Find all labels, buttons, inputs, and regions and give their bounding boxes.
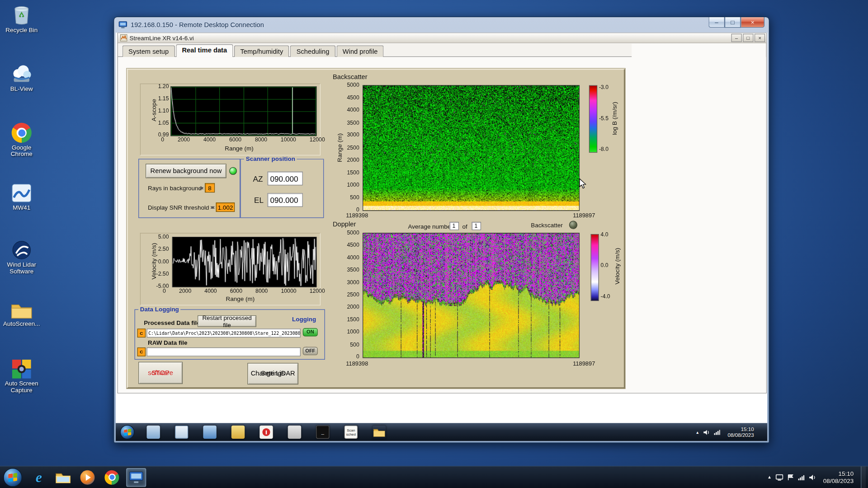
snr-spinner[interactable] [210,202,215,212]
volume-icon[interactable] [809,474,816,481]
desktop-icon-bl-view[interactable]: BL-View [1,62,42,92]
desktop-icon-wind-lidar[interactable]: Wind Lidar Software [1,238,42,275]
tab-wind-profile[interactable]: Wind profile [336,45,384,57]
windows-flag-icon [124,428,131,436]
az-value-field[interactable]: 090.000 [267,172,302,186]
doppler-colorbar-label: Velocity (m/s) [614,248,621,285]
tab-system-setup[interactable]: System setup [123,45,175,57]
tick-label: 1500 [347,316,359,322]
doppler-yticks: 5000450040003500300025002000150010005000 [345,230,359,360]
desktop-icon-auto-screen-capture[interactable]: Auto Screen Capture [1,357,42,394]
app-minimize-button[interactable]: – [731,34,742,42]
taskbar-rdp-icon[interactable] [126,468,146,487]
velocity-xticks: 020004000600080001000012000 [163,288,325,294]
taskbar-explorer-icon[interactable] [53,468,73,487]
doppler-xlabels: 1189398 1189897 [346,361,595,366]
rdp-devices-icon[interactable] [775,474,783,481]
tick-label: 4500 [347,242,359,248]
volume-icon[interactable] [703,429,710,435]
rdp-app-icon [118,21,127,29]
tick-label: 5000 [347,230,359,235]
processed-path-field[interactable]: C:\Lidar\Data\Proc\2023\202308\20230808\… [146,328,300,338]
tab-scheduling[interactable]: Scheduling [290,45,335,57]
tick-label: 0.00 [158,258,169,264]
rdp-minimize-button[interactable]: – [708,17,725,28]
renew-background-button[interactable]: Renew background now [146,164,226,178]
app-close-button[interactable]: × [755,34,765,42]
taskbar-ie-icon[interactable]: e [29,468,49,487]
mw41-icon [11,181,32,203]
rdp-close-button[interactable]: × [741,17,764,28]
tick-label: 4500 [347,94,359,100]
az-label: AZ [253,174,263,183]
rays-value[interactable]: 8 [205,183,215,192]
network-icon[interactable] [797,474,805,481]
command-prompt-icon[interactable]: _ [316,426,329,439]
remote-clock[interactable]: 15:10 08/08/2023 [724,426,757,438]
tab-real-time-data[interactable]: Real time data [176,44,233,57]
tick-label: 3500 [347,267,359,272]
desktop-icon-label: MW41 [13,204,30,211]
mw41-app-icon[interactable] [203,426,216,439]
average-number-value[interactable]: 1 [449,222,459,230]
tab-content: A-scope 1.201.151.101.050.99 02000400060… [118,57,766,393]
remote-start-button[interactable] [120,425,135,439]
rdp-maximize-button[interactable]: □ [725,17,741,28]
start-button[interactable] [3,468,22,487]
tick-label: 1.05 [158,119,169,125]
scan-scheduler-icon[interactable]: Scan sched [344,426,358,439]
el-value-field[interactable]: 090.000 [267,193,302,207]
rdp-titlebar[interactable]: 192.168.0.150 - Remote Desktop Connectio… [114,17,769,33]
raw-logging-toggle[interactable]: OFF [303,347,311,355]
desktop-icon-mw41[interactable]: MW41 [1,181,42,211]
desktop-icon-autoscreen[interactable]: AutoScreen... [1,297,42,327]
network-icon[interactable] [714,429,721,435]
backscatter-heatmap [363,85,580,211]
taskbar-media-player-icon[interactable] [77,468,97,487]
processed-logging-toggle[interactable]: ON [303,328,311,336]
average-number-label: Average number [408,223,453,230]
tick-label: 0 [163,288,166,294]
network-places-icon[interactable] [175,426,188,439]
processed-drive-chip[interactable]: C [137,328,146,338]
tick-label: 4000 [347,254,359,260]
tick-label: 5000 [347,82,359,88]
raw-drive-chip[interactable]: C [137,347,146,357]
average-of-label: of [462,223,467,230]
tick-label: 10000 [281,288,296,294]
streamline-titlebar[interactable]: StreamLine XR v14-6.vi – □ × [118,33,766,43]
tick-label: 8000 [255,288,268,294]
taskbar-clock[interactable]: 15:10 08/08/2023 [820,470,857,484]
taskbar-chrome-icon[interactable] [102,468,122,487]
action-center-flag-icon[interactable] [787,474,794,481]
tick-label: 4000 [203,136,216,142]
notes-icon[interactable] [231,426,245,439]
ascope-yticks: 1.201.151.101.050.99 [150,83,169,138]
app-maximize-button[interactable]: □ [743,34,753,42]
stop-line2: software [148,369,173,376]
backscatter-toggle[interactable] [569,221,577,229]
tab-temp-humidity[interactable]: Temp/humidity [234,45,289,57]
velocity-yticks: 5.002.500.00-2.50-5.00 [148,234,169,289]
rays-spinner[interactable] [199,183,204,192]
change-lidar-settings-button[interactable]: Change LiDAR Settings [247,363,298,385]
show-desktop-button[interactable] [861,466,866,488]
stop-software-button[interactable]: STOP software [138,362,183,384]
screen-capture-icon[interactable] [288,426,301,439]
snr-value[interactable]: 1.002 [216,202,235,212]
desktop-icon-recycle-bin[interactable]: Recycle Bin [1,3,42,33]
clock-time: 15:10 [823,470,854,477]
average-total-value[interactable]: 1 [472,222,481,230]
desktop-icon-label: Recycle Bin [5,27,38,33]
power-control-icon[interactable] [259,426,273,439]
backscatter-title: Backscatter [333,73,368,81]
explorer-folder-icon[interactable] [373,426,386,439]
hidden-icons-arrow[interactable]: ▲ [767,475,772,480]
scanner-position-title: Scanner position [244,155,297,163]
libraries-icon[interactable] [146,426,160,439]
desktop-icon-google-chrome[interactable]: Google Chrome [1,121,42,157]
ascope-plot [170,86,316,136]
restart-processed-file-button[interactable]: Restart processed file [198,315,256,327]
raw-path-field[interactable] [146,347,300,357]
hidden-icons-arrow[interactable]: ▲ [696,430,699,434]
